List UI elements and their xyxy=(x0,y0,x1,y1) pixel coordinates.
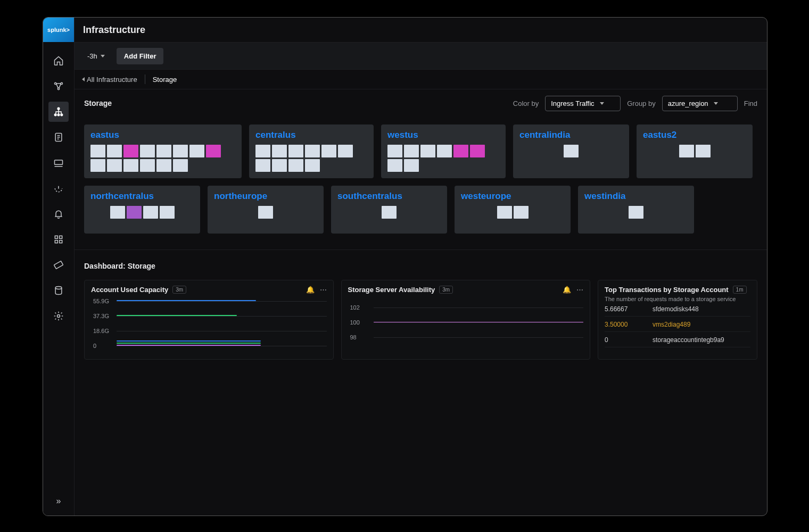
storage-cell[interactable] xyxy=(288,145,303,157)
transaction-row[interactable]: 3.50000vms2diag489 xyxy=(605,321,750,332)
storage-cell[interactable] xyxy=(514,206,529,219)
storage-cell[interactable] xyxy=(387,145,402,157)
storage-cell[interactable] xyxy=(156,145,171,157)
region-card-westindia[interactable]: westindia xyxy=(578,186,694,234)
nav-home[interactable] xyxy=(48,51,69,71)
panel-storage-availability: Storage Server Availability 3m 🔔 ⋯ 102 1… xyxy=(341,280,591,360)
sidebar-expand[interactable]: » xyxy=(48,491,69,511)
storage-cell[interactable] xyxy=(272,145,287,157)
storage-cell[interactable] xyxy=(143,206,158,219)
color-by-select[interactable]: Ingress Traffic xyxy=(545,96,621,111)
storage-cell[interactable] xyxy=(305,159,320,172)
storage-cell[interactable] xyxy=(110,206,125,219)
region-title[interactable]: eastus2 xyxy=(643,130,746,140)
region-card-centralus[interactable]: centralus xyxy=(249,124,374,178)
storage-cell[interactable] xyxy=(288,159,303,172)
alert-circle-icon xyxy=(53,183,64,194)
more-icon[interactable]: ⋯ xyxy=(576,286,583,294)
storage-cell[interactable] xyxy=(160,206,175,219)
storage-cell[interactable] xyxy=(206,145,221,157)
region-title[interactable]: centralus xyxy=(255,130,367,140)
nav-grid[interactable] xyxy=(48,229,69,250)
transaction-value: 5.66667 xyxy=(605,305,637,313)
storage-cell[interactable] xyxy=(258,206,273,219)
splunk-logo[interactable]: splunk> xyxy=(43,18,74,42)
region-card-westus[interactable]: westus xyxy=(381,124,506,178)
breadcrumb-current: Storage xyxy=(153,76,177,84)
region-title[interactable]: northcentralus xyxy=(90,191,194,202)
nav-doc[interactable] xyxy=(48,127,69,147)
region-title[interactable]: southcentralus xyxy=(337,191,441,202)
storage-cell[interactable] xyxy=(140,159,155,172)
storage-cell[interactable] xyxy=(321,145,336,157)
region-card-southcentralus[interactable]: southcentralus xyxy=(331,186,447,234)
storage-cell[interactable] xyxy=(305,145,320,157)
storage-cell[interactable] xyxy=(272,159,287,172)
storage-cell[interactable] xyxy=(140,145,155,157)
group-by-select[interactable]: azure_region xyxy=(662,96,738,111)
storage-cell[interactable] xyxy=(255,145,270,157)
more-icon[interactable]: ⋯ xyxy=(320,286,327,294)
nav-infrastructure[interactable] xyxy=(48,102,69,122)
nav-bell[interactable] xyxy=(48,204,69,224)
region-card-northeurope[interactable]: northeurope xyxy=(208,186,324,234)
time-range-picker[interactable]: -3h xyxy=(82,49,110,63)
nav-alert[interactable] xyxy=(48,178,69,198)
nav-settings[interactable] xyxy=(48,306,69,326)
nav-ruler[interactable] xyxy=(48,255,69,275)
region-card-eastus2[interactable]: eastus2 xyxy=(637,124,753,178)
region-card-westeurope[interactable]: westeurope xyxy=(455,186,571,234)
transaction-row[interactable]: 0storageaccountintegb9a9 xyxy=(605,336,750,347)
storage-cell[interactable] xyxy=(497,206,512,219)
find-button[interactable]: Find xyxy=(744,99,757,107)
region-title[interactable]: centralindia xyxy=(519,130,623,140)
storage-cell[interactable] xyxy=(629,206,643,219)
capacity-chart[interactable]: 55.9G 37.3G 18.6G 0 xyxy=(91,298,327,351)
storage-cell[interactable] xyxy=(255,159,270,172)
region-title[interactable]: eastus xyxy=(90,130,235,140)
dashboard: Dashboard: Storage Account Used Capacity… xyxy=(75,250,767,360)
add-filter-button[interactable]: Add Filter xyxy=(117,48,164,64)
interval-badge: 3m xyxy=(172,286,186,294)
storage-cell[interactable] xyxy=(679,145,694,157)
storage-cell[interactable] xyxy=(107,145,122,157)
storage-cell[interactable] xyxy=(107,159,122,172)
storage-cell[interactable] xyxy=(156,159,171,172)
storage-cell[interactable] xyxy=(123,145,138,157)
storage-cell[interactable] xyxy=(123,159,138,172)
availability-chart[interactable]: 102 100 98 xyxy=(348,298,584,351)
breadcrumb-back[interactable]: All Infrastructure xyxy=(82,76,137,84)
storage-cell[interactable] xyxy=(437,145,452,157)
storage-cell[interactable] xyxy=(127,206,142,219)
region-card-eastus[interactable]: eastus xyxy=(84,124,242,178)
storage-cell[interactable] xyxy=(387,159,402,172)
region-title[interactable]: westindia xyxy=(584,191,688,202)
storage-cell[interactable] xyxy=(404,159,419,172)
storage-cell[interactable] xyxy=(420,145,435,157)
storage-cell[interactable] xyxy=(173,159,188,172)
storage-cell[interactable] xyxy=(382,206,397,219)
nav-db[interactable] xyxy=(48,280,69,301)
storage-cell[interactable] xyxy=(453,145,468,157)
sidebar: splunk> » xyxy=(43,18,75,516)
storage-cell[interactable] xyxy=(696,145,711,157)
region-cells xyxy=(214,206,317,219)
region-card-centralindia[interactable]: centralindia xyxy=(513,124,629,178)
storage-cell[interactable] xyxy=(338,145,353,157)
storage-cell[interactable] xyxy=(90,159,105,172)
storage-cell[interactable] xyxy=(90,145,105,157)
bell-icon[interactable]: 🔔 xyxy=(306,286,315,294)
storage-cell[interactable] xyxy=(564,145,579,157)
nav-graph[interactable] xyxy=(48,76,69,96)
region-card-northcentralus[interactable]: northcentralus xyxy=(84,186,200,234)
nav-server[interactable] xyxy=(48,153,69,173)
bell-icon[interactable]: 🔔 xyxy=(563,286,571,294)
region-title[interactable]: northeurope xyxy=(214,191,317,202)
region-title[interactable]: westeurope xyxy=(461,191,564,202)
storage-cell[interactable] xyxy=(173,145,188,157)
transaction-row[interactable]: 5.66667sfdemodisks448 xyxy=(605,305,750,317)
storage-cell[interactable] xyxy=(189,145,204,157)
storage-cell[interactable] xyxy=(404,145,419,157)
storage-cell[interactable] xyxy=(470,145,485,157)
region-title[interactable]: westus xyxy=(387,130,499,140)
